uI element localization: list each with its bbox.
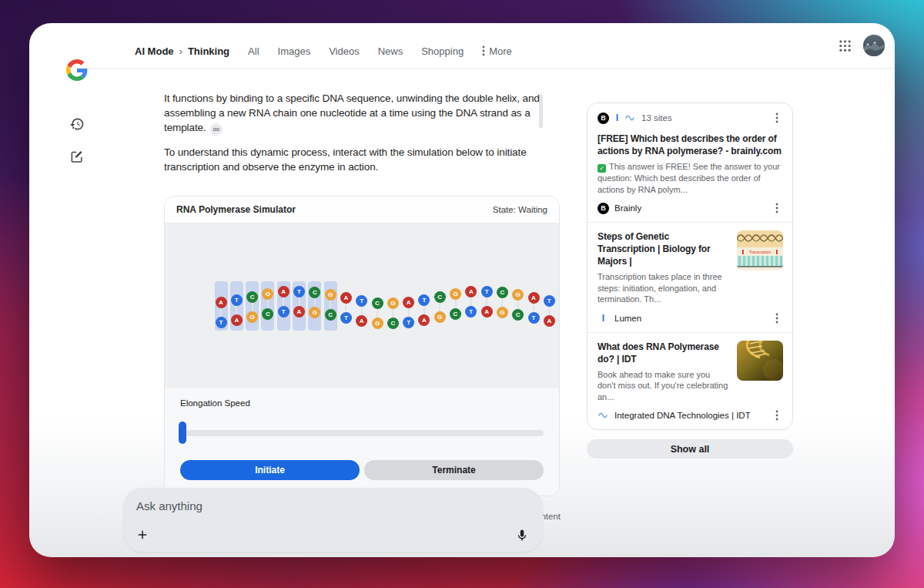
tab-all[interactable]: All: [248, 45, 259, 57]
simulator-state: State: Waiting: [493, 205, 547, 214]
ask-placeholder: Ask anything: [136, 499, 203, 512]
source-row: Integrated DNA Technologies | IDT: [598, 409, 783, 422]
result-title[interactable]: [FREE] Which best describes the order of…: [598, 133, 783, 157]
thumb-transcription-label: Transcription: [749, 250, 772, 254]
source-name[interactable]: Brainly: [614, 203, 641, 213]
google-apps-grid-icon[interactable]: [839, 39, 852, 52]
dna-base: G: [372, 318, 383, 329]
result-snippet: ✓This answer is FREE! See the answer to …: [598, 161, 783, 195]
dna-base: C: [512, 309, 524, 321]
kebab-menu-icon[interactable]: [771, 202, 783, 214]
brainly-favicon: B: [598, 113, 609, 124]
terminate-button[interactable]: Terminate: [364, 460, 544, 480]
header-divider: [69, 68, 895, 69]
dna-base: A: [465, 286, 477, 297]
dna-base: T: [418, 294, 430, 306]
transcription-diagram-thumbnail[interactable]: Transcription: [737, 230, 783, 270]
answer-line: It functions by binding to a specific DN…: [164, 91, 561, 106]
sources-panel: B l 13 sites [FREE] Which best describes…: [587, 102, 793, 459]
breadcrumb-chevron: ›: [179, 45, 182, 57]
kebab-menu-icon[interactable]: [771, 409, 783, 422]
dna-base: T: [528, 312, 540, 324]
dna-base: G: [497, 307, 508, 318]
lumen-favicon: l: [598, 312, 609, 324]
initiate-button[interactable]: Initiate: [180, 460, 360, 480]
dna-base: T: [231, 294, 243, 306]
source-result: What does RNA Polymerase do? | IDT Book …: [588, 332, 792, 430]
simulator-buttons: Initiate Terminate: [180, 460, 544, 480]
idt-wave-favicon: [598, 410, 609, 422]
source-row: B Brainly: [598, 202, 783, 214]
dna-base: T: [403, 317, 414, 328]
answer-paragraph-1: It functions by binding to a specific DN…: [164, 91, 561, 136]
dna-base: A: [528, 292, 540, 304]
dna-base: T: [481, 286, 493, 297]
tab-images[interactable]: Images: [278, 45, 311, 57]
result-title[interactable]: What does RNA Polymerase do? | IDT: [598, 341, 729, 365]
dna-base: G: [450, 288, 461, 300]
dna-base: C: [450, 308, 461, 320]
speed-slider-handle[interactable]: [179, 422, 186, 444]
result-title[interactable]: Steps of Genetic Transcription | Biology…: [598, 230, 729, 267]
source-result: Steps of Genetic Transcription | Biology…: [588, 222, 792, 332]
dna-base: G: [387, 297, 399, 309]
citation-link-icon[interactable]: [210, 123, 223, 136]
brainly-favicon: B: [598, 203, 609, 214]
kebab-menu-icon[interactable]: [771, 312, 783, 324]
avatar[interactable]: [863, 35, 885, 56]
dna-base: T: [465, 306, 477, 318]
kebab-menu-icon[interactable]: [771, 112, 783, 124]
answer-line: To understand this dynamic process, inte…: [164, 145, 561, 160]
breadcrumb-thinking[interactable]: Thinking: [188, 45, 229, 57]
check-icon: ✓: [598, 164, 606, 173]
tab-videos[interactable]: Videos: [329, 45, 360, 57]
source-result: [FREE] Which best describes the order of…: [588, 131, 792, 222]
dna-base: A: [293, 306, 305, 318]
dna-base: T: [293, 286, 305, 297]
sources-header: B l 13 sites: [588, 103, 792, 131]
ask-anything-input[interactable]: Ask anything: [123, 488, 543, 552]
sources-card: B l 13 sites [FREE] Which best describes…: [587, 102, 793, 430]
breadcrumb-ai-mode[interactable]: AI Mode: [135, 45, 174, 57]
speed-slider-track[interactable]: [180, 430, 544, 436]
dna-base: A: [481, 306, 493, 318]
sites-count: 13 sites: [641, 113, 672, 123]
answer-line: template.: [164, 120, 561, 136]
google-logo: [66, 59, 88, 81]
tab-shopping[interactable]: Shopping: [421, 45, 464, 57]
dna-helix-photo-thumbnail[interactable]: [737, 341, 783, 381]
answer-column: It functions by binding to a specific DN…: [164, 91, 561, 521]
dna-base: C: [434, 291, 446, 303]
dna-base: T: [216, 317, 227, 328]
tab-news[interactable]: News: [378, 45, 403, 57]
dna-base: A: [418, 314, 430, 326]
lumen-favicon: l: [611, 113, 623, 124]
browser-window: AI Mode › Thinking All Images Videos New…: [29, 23, 895, 557]
source-name[interactable]: Lumen: [614, 314, 641, 323]
answer-line: transcription and observe the enzyme in …: [164, 160, 561, 174]
microphone-icon[interactable]: [515, 529, 529, 543]
show-all-button[interactable]: Show all: [587, 439, 793, 459]
source-name[interactable]: Integrated DNA Technologies | IDT: [614, 411, 751, 420]
search-mode-nav: AI Mode › Thinking All Images Videos New…: [135, 43, 512, 59]
dna-base: G: [325, 289, 336, 301]
tab-more[interactable]: More: [482, 45, 512, 57]
dna-base: A: [356, 315, 367, 327]
source-row: l Lumen: [598, 312, 783, 324]
dna-base: A: [340, 292, 352, 304]
simulator-title: RNA Polymerase Simulator: [176, 204, 296, 215]
idt-wave-favicon: [624, 113, 636, 124]
answer-line-text: template.: [164, 122, 206, 133]
history-icon[interactable]: [68, 115, 86, 133]
new-chat-icon[interactable]: [68, 147, 86, 166]
dna-base: C: [372, 297, 383, 309]
dna-base: A: [231, 314, 243, 326]
dna-base: T: [544, 295, 555, 307]
result-snippet: Transcription takes place in three steps…: [598, 271, 729, 305]
dna-base: A: [544, 315, 555, 327]
elongation-speed-label: Elongation Speed: [180, 398, 544, 408]
dna-base: A: [216, 297, 227, 308]
more-label: More: [489, 45, 512, 57]
dna-base: T: [340, 312, 352, 324]
attach-plus-icon[interactable]: [136, 528, 149, 542]
